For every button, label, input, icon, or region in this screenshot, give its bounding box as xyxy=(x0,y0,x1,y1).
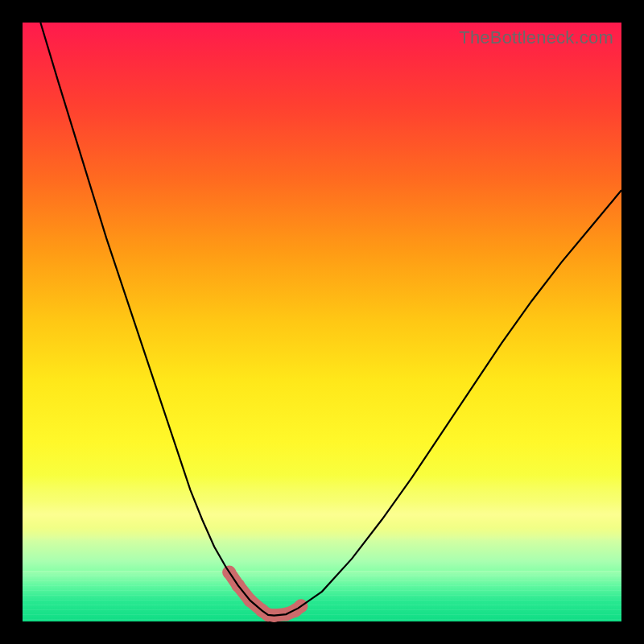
watermark-text: TheBottleneck.com xyxy=(459,27,613,48)
chart-container: TheBottleneck.com xyxy=(0,0,644,644)
bottleneck-curve-line xyxy=(40,23,621,616)
chart-svg xyxy=(23,23,621,621)
plot-area: TheBottleneck.com xyxy=(23,23,621,621)
